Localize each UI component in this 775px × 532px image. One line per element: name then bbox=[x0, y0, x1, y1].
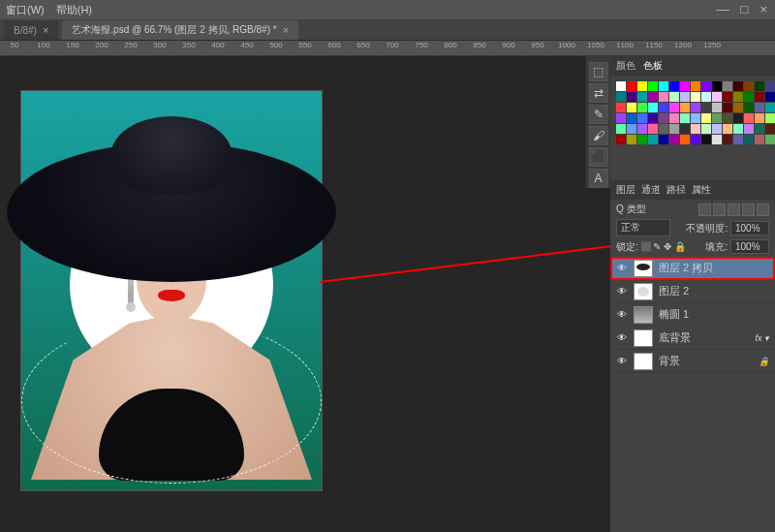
layer-thumbnail[interactable] bbox=[634, 306, 653, 324]
swatch[interactable] bbox=[744, 135, 754, 144]
swatch[interactable] bbox=[723, 103, 732, 112]
swatch[interactable] bbox=[680, 92, 690, 102]
dock-tool-icon[interactable]: ⬚ bbox=[589, 62, 608, 81]
fill-input[interactable]: 100% bbox=[730, 239, 769, 254]
visibility-toggle-icon[interactable]: 👁 bbox=[616, 286, 628, 297]
layer-row[interactable]: 👁图层 2 拷贝 bbox=[610, 257, 775, 280]
menu-window[interactable]: 窗口(W) bbox=[6, 3, 45, 17]
swatch[interactable] bbox=[627, 113, 636, 123]
swatch[interactable] bbox=[616, 103, 626, 112]
filter-type-icon[interactable] bbox=[728, 203, 740, 216]
swatch[interactable] bbox=[648, 135, 658, 144]
swatch[interactable] bbox=[712, 113, 722, 123]
layer-fx-indicator[interactable]: 🔒 bbox=[759, 357, 769, 366]
swatch[interactable] bbox=[659, 92, 668, 102]
swatch[interactable] bbox=[723, 135, 732, 144]
swatch[interactable] bbox=[733, 124, 743, 134]
layer-row[interactable]: 👁底背景fx ▾ bbox=[610, 327, 775, 350]
swatch[interactable] bbox=[669, 135, 679, 144]
tab-color[interactable]: 颜色 bbox=[616, 59, 636, 73]
layer-fx-indicator[interactable]: fx ▾ bbox=[755, 333, 769, 343]
swatch[interactable] bbox=[637, 81, 647, 91]
layer-row[interactable]: 👁背景🔒 bbox=[610, 350, 775, 373]
document-tab-active[interactable]: 艺术海报.psd @ 66.7% (图层 2 拷贝, RGB/8#) * × bbox=[62, 20, 298, 40]
swatch[interactable] bbox=[627, 124, 636, 134]
swatch[interactable] bbox=[733, 92, 743, 102]
swatch[interactable] bbox=[765, 81, 775, 91]
swatch[interactable] bbox=[616, 124, 626, 134]
swatch[interactable] bbox=[691, 81, 700, 91]
swatch[interactable] bbox=[701, 135, 711, 144]
tab-channels[interactable]: 通道 bbox=[641, 183, 661, 197]
layer-name[interactable]: 图层 2 bbox=[659, 284, 689, 298]
swatch[interactable] bbox=[691, 92, 700, 102]
swatch[interactable] bbox=[755, 92, 764, 102]
close-icon[interactable]: × bbox=[43, 24, 48, 36]
swatch[interactable] bbox=[680, 124, 690, 134]
swatch[interactable] bbox=[723, 124, 732, 134]
swatch[interactable] bbox=[669, 103, 679, 112]
tab-layers[interactable]: 图层 bbox=[616, 183, 636, 197]
canvas-area[interactable] bbox=[0, 56, 610, 532]
swatch[interactable] bbox=[680, 113, 690, 123]
swatch[interactable] bbox=[627, 103, 636, 112]
swatch[interactable] bbox=[701, 103, 711, 112]
swatch[interactable] bbox=[755, 124, 764, 134]
filter-smart-icon[interactable] bbox=[757, 203, 769, 216]
swatch[interactable] bbox=[744, 124, 754, 134]
minimize-button[interactable]: — bbox=[717, 2, 729, 16]
swatch[interactable] bbox=[733, 103, 743, 112]
layer-thumbnail[interactable] bbox=[634, 260, 653, 277]
swatch[interactable] bbox=[637, 135, 647, 144]
layer-row[interactable]: 👁图层 2 bbox=[610, 280, 775, 303]
swatch[interactable] bbox=[616, 92, 626, 102]
layer-thumbnail[interactable] bbox=[634, 283, 653, 300]
swatch[interactable] bbox=[733, 135, 743, 144]
dock-tool-icon[interactable]: ✎ bbox=[589, 105, 608, 124]
visibility-toggle-icon[interactable]: 👁 bbox=[616, 309, 628, 321]
visibility-toggle-icon[interactable]: 👁 bbox=[616, 332, 628, 344]
swatch[interactable] bbox=[680, 81, 690, 91]
maximize-button[interactable]: □ bbox=[741, 2, 749, 16]
swatch[interactable] bbox=[744, 92, 754, 102]
swatch[interactable] bbox=[669, 113, 679, 123]
lock-icons[interactable]: ▥ ✎ ✥ 🔒 bbox=[641, 241, 686, 252]
swatch[interactable] bbox=[701, 113, 711, 123]
swatch[interactable] bbox=[744, 113, 754, 123]
swatch[interactable] bbox=[712, 103, 722, 112]
document-canvas[interactable] bbox=[21, 91, 322, 490]
swatch[interactable] bbox=[755, 81, 764, 91]
dock-tool-icon[interactable]: ⇄ bbox=[589, 83, 608, 103]
document-tab-prev[interactable]: B/8#) × bbox=[4, 20, 58, 40]
dock-tool-icon[interactable]: ⬛ bbox=[589, 147, 608, 167]
swatch[interactable] bbox=[659, 113, 668, 123]
swatch[interactable] bbox=[616, 81, 626, 91]
swatches-grid[interactable] bbox=[610, 76, 775, 180]
swatch[interactable] bbox=[648, 113, 658, 123]
swatch[interactable] bbox=[637, 113, 647, 123]
dock-tool-icon[interactable]: 🖌 bbox=[589, 126, 608, 145]
swatch[interactable] bbox=[723, 81, 732, 91]
swatch[interactable] bbox=[659, 135, 668, 144]
tab-props[interactable]: 属性 bbox=[692, 183, 711, 197]
swatch[interactable] bbox=[765, 92, 775, 102]
swatch[interactable] bbox=[680, 135, 690, 144]
swatch[interactable] bbox=[701, 124, 711, 134]
swatch[interactable] bbox=[712, 81, 722, 91]
swatch[interactable] bbox=[669, 92, 679, 102]
swatch[interactable] bbox=[691, 135, 700, 144]
blend-mode-select[interactable]: 正常 bbox=[616, 219, 670, 236]
swatch[interactable] bbox=[701, 92, 711, 102]
swatch[interactable] bbox=[765, 124, 775, 134]
swatch[interactable] bbox=[680, 103, 690, 112]
swatch[interactable] bbox=[659, 81, 668, 91]
layer-name[interactable]: 背景 bbox=[659, 354, 680, 368]
swatch[interactable] bbox=[723, 92, 732, 102]
swatch[interactable] bbox=[637, 103, 647, 112]
swatch[interactable] bbox=[691, 113, 700, 123]
swatch[interactable] bbox=[723, 113, 732, 123]
visibility-toggle-icon[interactable]: 👁 bbox=[616, 263, 628, 274]
swatch[interactable] bbox=[755, 103, 764, 112]
layer-name[interactable]: 底背景 bbox=[659, 330, 691, 345]
swatch[interactable] bbox=[616, 113, 626, 123]
